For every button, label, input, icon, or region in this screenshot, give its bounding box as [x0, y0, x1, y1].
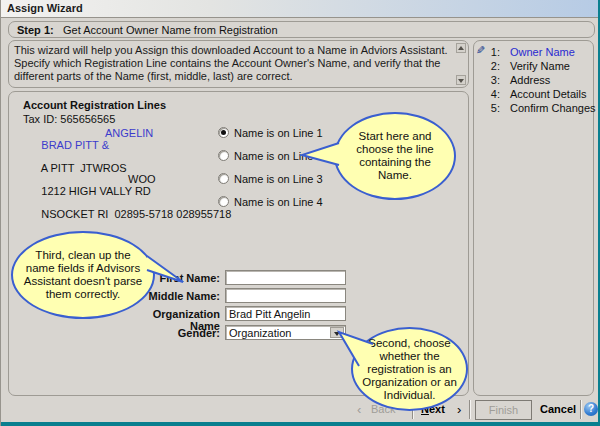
wizard-steps-panel: ✎ 1: Owner Name 2: Verify Name 3: Addres… [473, 40, 594, 396]
radio-name-on-line-4[interactable] [218, 196, 229, 207]
step-item-account-details[interactable]: 4: Account Details [484, 88, 600, 101]
gender-value: Organization [229, 327, 291, 339]
radio-name-on-line-1[interactable] [218, 127, 229, 138]
registration-line-4: NSOCKET RI 02895-5718 028955718 [23, 196, 231, 232]
step-item-owner-name[interactable]: ✎ 1: Owner Name [484, 46, 600, 59]
gender-label: Gender: [125, 327, 220, 339]
assign-wizard-window: Assign Wizard Step 1: Get Account Owner … [0, 0, 600, 426]
footer-bar: ‹ Back Next › Finish Cancel ? [1, 399, 600, 422]
instruction-box: This wizard will help you Assign this do… [8, 40, 469, 88]
radio-label-line-1[interactable]: Name is on Line 1 [234, 127, 323, 139]
registration-line-4-left: NSOCKET RI 02895-5718 028955718 [41, 208, 231, 220]
frame-edge-bottom [1, 422, 600, 426]
step-num: 5: [484, 102, 500, 114]
tax-id-text: Tax ID: 565656565 [23, 113, 115, 125]
step-item-address[interactable]: 3: Address [484, 74, 600, 87]
instruction-text: This wizard will help you Assign this do… [14, 44, 452, 83]
scroll-up-button[interactable] [456, 43, 466, 53]
radio-name-on-line-3[interactable] [218, 173, 229, 184]
step-label: Confirm Changes [510, 102, 596, 114]
radio-label-line-4[interactable]: Name is on Line 4 [234, 196, 323, 208]
step-num: 4: [484, 88, 500, 100]
callout-second-tail [333, 326, 375, 368]
footer-divider [469, 400, 470, 419]
window-title: Assign Wizard [7, 2, 83, 14]
help-icon[interactable]: ? [584, 402, 598, 416]
callout-start-text: Start here and choose the line containin… [346, 130, 444, 182]
radio-label-line-3[interactable]: Name is on Line 3 [234, 173, 323, 185]
callout-third-tail [145, 254, 185, 288]
step-label: Address [510, 74, 550, 86]
registration-line-3-right: WOO [128, 173, 156, 185]
scroll-down-button[interactable] [456, 75, 466, 85]
callout-third-clean: Third, clean up the name fields if Advis… [11, 231, 155, 319]
callout-second-text: Second, choose whether the registration … [361, 337, 458, 402]
organization-name-field[interactable]: Brad Pitt Angelin [225, 306, 346, 321]
first-name-field[interactable] [225, 270, 346, 285]
radio-name-on-line-2[interactable] [218, 150, 229, 161]
callout-third-text: Third, clean up the name fields if Advis… [21, 249, 145, 301]
step-item-verify-name[interactable]: 2: Verify Name [484, 60, 600, 73]
callout-start-tail [299, 140, 341, 170]
gender-dropdown[interactable]: Organization [225, 325, 346, 340]
back-chevron-icon: ‹ [357, 402, 361, 417]
step-title: Get Account Owner Name from Registration [63, 24, 278, 36]
step-label: Account Details [510, 88, 586, 100]
registration-heading: Account Registration Lines [23, 99, 166, 111]
step-label: Verify Name [510, 60, 570, 72]
step-label: Owner Name [510, 46, 575, 58]
title-bar[interactable]: Assign Wizard [1, 0, 600, 18]
step-number-label: Step 1: [17, 24, 54, 36]
step-num: 1: [484, 46, 500, 58]
next-chevron-icon: › [457, 402, 461, 417]
callout-start-here: Start here and choose the line containin… [334, 112, 456, 200]
footer-divider [580, 400, 581, 419]
step-item-confirm-changes[interactable]: 5: Confirm Changes [484, 102, 600, 115]
step-num: 2: [484, 60, 500, 72]
middle-name-field[interactable] [225, 288, 346, 303]
finish-button[interactable]: Finish [475, 400, 532, 420]
cancel-button[interactable]: Cancel [540, 403, 576, 415]
step-num: 3: [484, 74, 500, 86]
registration-line-1-right: ANGELIN [105, 127, 153, 139]
step-header: Step 1: Get Account Owner Name from Regi… [8, 21, 595, 38]
